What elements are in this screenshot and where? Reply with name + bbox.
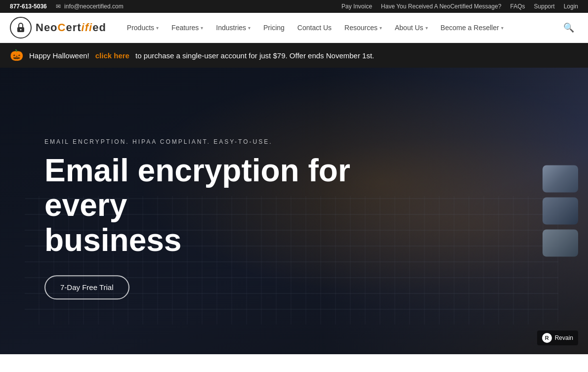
side-thumbnails [543,165,578,257]
search-icon: 🔍 [563,23,574,33]
side-thumb-2[interactable] [543,198,578,225]
hero-content: Email Encryption. HIPAA Compliant. Easy-… [44,138,430,299]
nav-pricing[interactable]: Pricing [257,19,291,37]
banner-cta-link[interactable]: click here [95,51,129,60]
pay-invoice-link[interactable]: Pay Invoice [341,3,372,10]
email-icon: ✉ [56,3,61,10]
search-button[interactable]: 🔍 [559,18,578,37]
hero-section: Email Encryption. HIPAA Compliant. Easy-… [0,68,588,354]
halloween-banner: 🎃 Happy Halloween! click here to purchas… [0,43,588,68]
hero-title: Email encryption for every business [44,153,430,257]
logo-icon [10,17,32,39]
revain-icon: R [542,333,552,343]
nav-contact-us[interactable]: Contact Us [292,19,337,37]
faqs-link[interactable]: FAQs [510,3,525,10]
banner-text-after: to purchase a single-user account for ju… [135,51,374,60]
email-link[interactable]: ✉ info@neocertified.com [56,3,124,10]
main-nav: Products ▾ Features ▾ Industries ▾ Prici… [121,19,559,37]
lock-icon [15,22,27,34]
revain-label: Revain [555,334,573,341]
chevron-down-icon: ▾ [501,25,504,31]
nav-industries[interactable]: Industries ▾ [210,19,256,37]
logo-text: NeoCertified [36,21,106,34]
logo[interactable]: NeoCertified [10,17,106,39]
nav-features[interactable]: Features ▾ [166,19,209,37]
nav-resources[interactable]: Resources ▾ [338,19,388,37]
top-bar: 877-613-5036 ✉ info@neocertified.com Pay… [0,0,588,13]
chevron-down-icon: ▾ [201,25,203,31]
chevron-down-icon: ▾ [248,25,251,31]
hero-subtitle: Email Encryption. HIPAA Compliant. Easy-… [44,138,430,145]
chevron-down-icon: ▾ [379,25,382,31]
top-bar-right: Pay Invoice Have You Received A NeoCerti… [341,3,578,10]
nav-products[interactable]: Products ▾ [121,19,165,37]
have-you-received-link[interactable]: Have You Received A NeoCertified Message… [381,3,502,10]
login-link[interactable]: Login [564,3,578,10]
side-thumb-1[interactable] [543,165,578,193]
banner-text-before: Happy Halloween! [29,51,89,60]
top-bar-left: 877-613-5036 ✉ info@neocertified.com [10,3,124,10]
support-link[interactable]: Support [534,3,555,10]
nav-become-reseller[interactable]: Become a Reseller ▾ [435,19,509,37]
chevron-down-icon: ▾ [156,25,159,31]
chevron-down-icon: ▾ [425,25,428,31]
side-thumb-3[interactable] [543,230,578,257]
revain-badge: R Revain [537,331,578,345]
phone-number[interactable]: 877-613-5036 [10,3,47,10]
cat-emoji: 🎃 [10,49,23,62]
header: NeoCertified Products ▾ Features ▾ Indus… [0,13,588,43]
svg-point-1 [20,29,22,31]
nav-about-us[interactable]: About Us ▾ [389,19,434,37]
hero-cta-button[interactable]: 7-Day Free Trial [44,275,129,299]
